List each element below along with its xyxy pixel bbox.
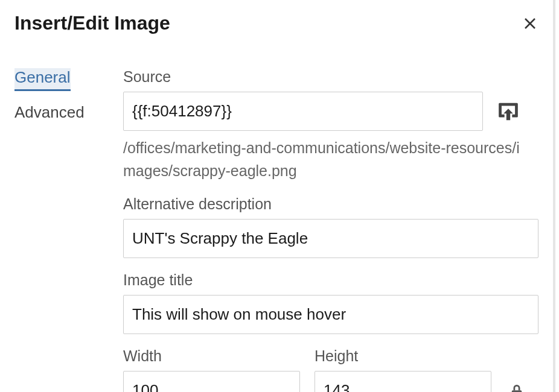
dialog-body: General Advanced Source /offices/marketi… — [0, 46, 553, 392]
dialog-header: Insert/Edit Image — [0, 0, 553, 46]
width-column: Width — [123, 334, 300, 392]
close-button[interactable] — [522, 15, 538, 32]
height-input[interactable] — [315, 371, 491, 392]
tab-advanced[interactable]: Advanced — [14, 103, 85, 122]
alt-label: Alternative description — [123, 195, 538, 213]
constrain-proportions-button[interactable] — [506, 373, 528, 392]
insert-edit-image-dialog: Insert/Edit Image General Advanced Sourc… — [0, 0, 555, 392]
image-title-label: Image title — [123, 271, 538, 289]
lock-icon — [510, 384, 523, 392]
width-label: Width — [123, 347, 300, 365]
dialog-title: Insert/Edit Image — [14, 12, 170, 34]
source-browse-button[interactable] — [496, 100, 520, 124]
tab-general[interactable]: General — [14, 68, 71, 91]
upload-icon — [497, 100, 520, 123]
source-label: Source — [123, 68, 538, 86]
source-input[interactable] — [123, 92, 483, 131]
dimensions-row: Width Height — [123, 334, 538, 392]
image-title-input[interactable] — [123, 295, 538, 334]
tab-list: General Advanced — [14, 68, 93, 392]
height-column: Height — [315, 334, 491, 392]
form-panel: Source /offices/marketing-and-communicat… — [123, 68, 538, 392]
alt-description-input[interactable] — [123, 219, 538, 258]
height-label: Height — [315, 347, 491, 365]
source-resolved-path: /offices/marketing-and-communications/we… — [123, 137, 522, 182]
close-icon — [523, 16, 537, 31]
source-row — [123, 92, 538, 131]
width-input[interactable] — [123, 371, 300, 392]
